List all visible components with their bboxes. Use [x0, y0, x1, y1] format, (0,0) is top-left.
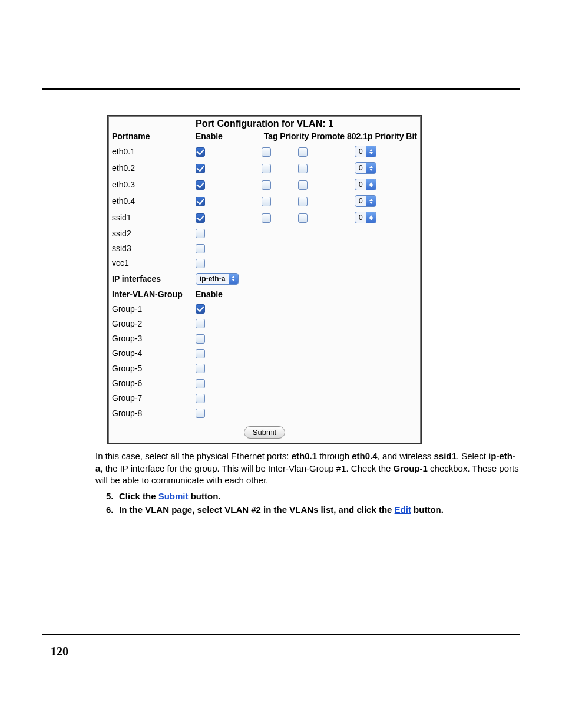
group-enable-checkbox-Group-2[interactable]: [196, 319, 205, 328]
group-name: Group-7: [108, 391, 192, 406]
inter-vlan-enable-header: Enable: [192, 287, 258, 301]
group-row: Group-3: [108, 331, 421, 345]
footer-rule: [42, 634, 520, 635]
submit-button[interactable]: Submit: [244, 426, 285, 439]
enable-checkbox-eth0.3[interactable]: [196, 180, 205, 190]
ip-interfaces-select-stepper[interactable]: [229, 274, 238, 284]
priority-bits-select-eth0.2-stepper[interactable]: [366, 163, 376, 173]
promote-checkbox-ssid1[interactable]: [298, 213, 308, 223]
port-row: ssid10: [108, 209, 421, 226]
promote-checkbox-eth0.4[interactable]: [298, 197, 308, 206]
sub-rule: [42, 98, 520, 98]
page-number: 120: [51, 645, 68, 658]
port-name: ssid3: [108, 241, 192, 255]
port-name: vcc1: [108, 256, 192, 271]
group-enable-checkbox-Group-5[interactable]: [196, 364, 205, 373]
enable-checkbox-vcc1[interactable]: [196, 259, 205, 268]
edit-link-text: Edit: [395, 505, 411, 515]
header-portname: Portname: [108, 129, 192, 143]
step-list: Click the Submit button. In the VLAN pag…: [95, 491, 520, 515]
tag-checkbox-ssid1[interactable]: [262, 213, 271, 223]
enable-checkbox-eth0.2[interactable]: [196, 164, 205, 173]
priority-bits-select-eth0.4-value: 0: [355, 197, 366, 205]
priority-bits-select-ssid1-stepper[interactable]: [366, 212, 376, 223]
port-config-panel: Port Configuration for VLAN: 1 PortnameE…: [107, 115, 422, 444]
enable-checkbox-ssid1[interactable]: [196, 213, 205, 223]
priority-bits-select-eth0.1[interactable]: 0: [355, 146, 376, 157]
group-row: Group-5: [108, 361, 421, 375]
tag-checkbox-eth0.2[interactable]: [262, 164, 271, 173]
priority-bits-select-ssid1[interactable]: 0: [355, 212, 376, 223]
ip-interfaces-label: IP interfaces: [108, 271, 192, 287]
group-row: Group-4: [108, 346, 421, 361]
port-name: eth0.1: [108, 143, 192, 160]
priority-bits-select-eth0.3[interactable]: 0: [355, 179, 376, 190]
panel-title: Port Configuration for VLAN: 1: [108, 116, 421, 129]
para-bold: eth0.1: [292, 451, 317, 461]
port-row: vcc1: [108, 256, 421, 271]
ip-interfaces-select[interactable]: ip-eth-a: [196, 273, 239, 285]
tag-checkbox-eth0.3[interactable]: [262, 180, 271, 190]
group-enable-checkbox-Group-4[interactable]: [196, 349, 205, 358]
priority-bits-select-eth0.3-stepper[interactable]: [366, 179, 376, 190]
group-enable-checkbox-Group-7[interactable]: [196, 394, 205, 403]
promote-checkbox-eth0.1[interactable]: [298, 147, 308, 157]
port-name: ssid2: [108, 226, 192, 241]
step-5: Click the Submit button.: [106, 491, 520, 501]
header-enable: Enable: [192, 129, 258, 143]
port-row: ssid3: [108, 241, 421, 255]
port-row: eth0.40: [108, 193, 421, 209]
group-row: Group-6: [108, 375, 421, 390]
enable-checkbox-ssid3[interactable]: [196, 244, 205, 253]
group-name: Group-4: [108, 346, 192, 361]
group-row: Group-2: [108, 316, 421, 331]
port-name: ssid1: [108, 209, 192, 226]
group-enable-checkbox-Group-8[interactable]: [196, 409, 205, 418]
header-right: Tag Priority Promote 802.1p Priority Bit: [258, 129, 421, 143]
promote-checkbox-eth0.2[interactable]: [298, 164, 308, 173]
inter-vlan-label: Inter-VLAN-Group: [108, 287, 192, 301]
enable-checkbox-eth0.4[interactable]: [196, 197, 205, 206]
port-name: eth0.2: [108, 160, 192, 176]
enable-checkbox-eth0.1[interactable]: [196, 147, 205, 157]
priority-bits-select-eth0.4-stepper[interactable]: [366, 196, 376, 206]
group-name: Group-6: [108, 375, 192, 390]
priority-bits-select-eth0.2[interactable]: 0: [355, 162, 376, 174]
group-name: Group-3: [108, 331, 192, 345]
enable-checkbox-ssid2[interactable]: [196, 229, 205, 238]
priority-bits-select-eth0.2-value: 0: [355, 164, 366, 172]
group-row: Group-1: [108, 301, 421, 316]
step-6: In the VLAN page, select VLAN #2 in the …: [106, 505, 520, 515]
group-row: Group-7: [108, 391, 421, 406]
port-config-table: PortnameEnableTag Priority Promote 802.1…: [108, 129, 421, 420]
port-name: eth0.4: [108, 193, 192, 209]
priority-bits-select-eth0.4[interactable]: 0: [355, 195, 376, 207]
port-name: eth0.3: [108, 176, 192, 193]
group-enable-checkbox-Group-3[interactable]: [196, 334, 205, 344]
group-row: Group-8: [108, 406, 421, 420]
top-rule: [42, 88, 520, 90]
instruction-paragraph: In this case, select all the physical Et…: [95, 450, 520, 486]
priority-bits-select-ssid1-value: 0: [355, 213, 366, 222]
submit-link-text: Submit: [158, 491, 189, 501]
port-row: ssid2: [108, 226, 421, 241]
priority-bits-select-eth0.1-value: 0: [355, 147, 366, 156]
para-text: In this case, select all the physical Et…: [95, 451, 292, 461]
tag-checkbox-eth0.4[interactable]: [262, 197, 271, 206]
group-enable-checkbox-Group-1[interactable]: [196, 304, 205, 314]
group-name: Group-1: [108, 301, 192, 316]
group-enable-checkbox-Group-6[interactable]: [196, 379, 205, 388]
port-row: eth0.30: [108, 176, 421, 193]
priority-bits-select-eth0.3-value: 0: [355, 180, 366, 189]
priority-bits-select-eth0.1-stepper[interactable]: [366, 146, 376, 157]
group-name: Group-8: [108, 406, 192, 420]
port-row: eth0.20: [108, 160, 421, 176]
port-row: eth0.10: [108, 143, 421, 160]
ip-interfaces-select-value: ip-eth-a: [196, 275, 229, 283]
group-name: Group-2: [108, 316, 192, 331]
group-name: Group-5: [108, 361, 192, 375]
tag-checkbox-eth0.1[interactable]: [262, 147, 271, 157]
promote-checkbox-eth0.3[interactable]: [298, 180, 308, 190]
